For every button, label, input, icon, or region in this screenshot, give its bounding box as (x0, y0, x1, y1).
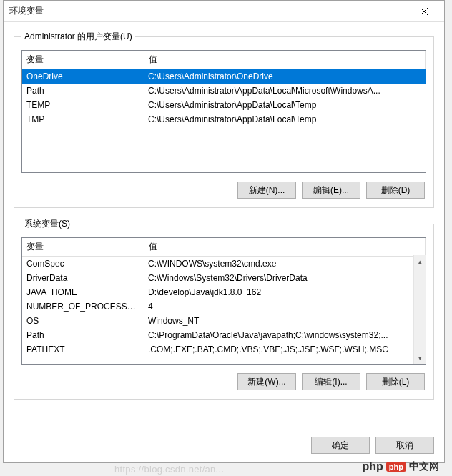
system-variables-table[interactable]: 变量 值 ComSpecC:\WINDOWS\system32\cmd.exeD… (22, 238, 426, 357)
variable-value-cell: C:\Users\Administrator\OneDrive (144, 69, 426, 84)
dialog-title: 环境变量 (9, 5, 410, 17)
user-edit-button[interactable]: 编辑(E)... (302, 182, 360, 199)
variable-name-cell: TMP (22, 112, 144, 127)
table-row[interactable]: ComSpecC:\WINDOWS\system32\cmd.exe (22, 257, 426, 272)
close-icon (421, 8, 428, 15)
variable-name-cell: ComSpec (22, 257, 144, 272)
variable-name-cell: JAVA_HOME (22, 285, 144, 299)
system-edit-button[interactable]: 编辑(I)... (302, 373, 360, 390)
variable-value-cell: C:\Users\Administrator\AppData\Local\Tem… (144, 112, 426, 127)
variable-value-cell: C:\Users\Administrator\AppData\Local\Mic… (144, 84, 426, 98)
close-button[interactable] (410, 1, 438, 21)
environment-variables-dialog: 环境变量 Administrator 的用户变量(U) 变量 值 (3, 0, 445, 463)
system-buttons-row: 新建(W)... 编辑(I)... 删除(L) (21, 365, 426, 392)
variable-name-cell: Path (22, 328, 144, 342)
variable-name-cell: TEMP (22, 98, 144, 112)
system-table-scrollbar[interactable]: ▴ ▾ (413, 255, 426, 364)
variable-name-cell: Path (22, 84, 144, 98)
dialog-content: Administrator 的用户变量(U) 变量 值 OneDriveC:\U… (4, 22, 444, 431)
system-variables-legend: 系统变量(S) (21, 218, 73, 230)
variable-name-cell: NUMBER_OF_PROCESSORS (22, 299, 144, 314)
system-variables-table-wrap: 变量 值 ComSpecC:\WINDOWS\system32\cmd.exeD… (21, 237, 426, 365)
user-variables-legend: Administrator 的用户变量(U) (21, 31, 135, 43)
variable-name-cell: OS (22, 314, 144, 328)
table-row[interactable]: PathC:\ProgramData\Oracle\Java\javapath;… (22, 328, 426, 342)
column-header-value[interactable]: 值 (144, 51, 426, 69)
watermark-url: https://blog.csdn.net/an... (114, 464, 224, 475)
titlebar: 环境变量 (4, 1, 444, 22)
scroll-down-icon[interactable]: ▾ (414, 352, 426, 364)
variable-value-cell: .COM;.EXE;.BAT;.CMD;.VBS;.VBE;.JS;.JSE;.… (144, 342, 426, 357)
user-buttons-row: 新建(N)... 编辑(E)... 删除(D) (21, 173, 426, 200)
table-row[interactable]: TEMPC:\Users\Administrator\AppData\Local… (22, 98, 426, 112)
cancel-button[interactable]: 取消 (375, 437, 434, 454)
user-variables-table[interactable]: 变量 值 OneDriveC:\Users\Administrator\OneD… (22, 51, 426, 127)
system-variables-group: 系统变量(S) 变量 值 ComSpecC:\WINDOWS\system32\… (14, 218, 434, 400)
column-header-name[interactable]: 变量 (22, 238, 144, 257)
table-row[interactable]: TMPC:\Users\Administrator\AppData\Local\… (22, 112, 426, 127)
table-row[interactable]: DriverDataC:\Windows\System32\Drivers\Dr… (22, 271, 426, 285)
table-row[interactable]: JAVA_HOMED:\develop\Java\jdk1.8.0_162 (22, 285, 426, 299)
variable-name-cell: PATHEXT (22, 342, 144, 357)
variable-value-cell: Windows_NT (144, 314, 426, 328)
table-row[interactable]: PATHEXT.COM;.EXE;.BAT;.CMD;.VBS;.VBE;.JS… (22, 342, 426, 357)
column-header-value[interactable]: 值 (144, 238, 426, 257)
table-row[interactable]: OneDriveC:\Users\Administrator\OneDrive (22, 69, 426, 84)
variable-value-cell: D:\develop\Java\jdk1.8.0_162 (144, 285, 426, 299)
user-variables-table-wrap: 变量 值 OneDriveC:\Users\Administrator\OneD… (21, 50, 426, 173)
user-delete-button[interactable]: 删除(D) (366, 182, 425, 199)
variable-value-cell: C:\ProgramData\Oracle\Java\javapath;C:\w… (144, 328, 426, 342)
table-row[interactable]: PathC:\Users\Administrator\AppData\Local… (22, 84, 426, 98)
dialog-footer: 确定 取消 (4, 431, 444, 462)
variable-value-cell: C:\WINDOWS\system32\cmd.exe (144, 257, 426, 272)
variable-value-cell: 4 (144, 299, 426, 314)
scroll-up-icon[interactable]: ▴ (414, 255, 426, 267)
table-row[interactable]: NUMBER_OF_PROCESSORS4 (22, 299, 426, 314)
user-new-button[interactable]: 新建(N)... (237, 182, 296, 199)
column-header-name[interactable]: 变量 (22, 51, 144, 69)
user-variables-group: Administrator 的用户变量(U) 变量 值 OneDriveC:\U… (14, 31, 434, 208)
table-row[interactable]: OSWindows_NT (22, 314, 426, 328)
variable-name-cell: OneDrive (22, 69, 144, 84)
variable-value-cell: C:\Windows\System32\Drivers\DriverData (144, 271, 426, 285)
watermark-badge-icon: php (386, 462, 406, 472)
system-delete-button[interactable]: 删除(L) (366, 373, 425, 390)
variable-value-cell: C:\Users\Administrator\AppData\Local\Tem… (144, 98, 426, 112)
variable-name-cell: DriverData (22, 271, 144, 285)
system-new-button[interactable]: 新建(W)... (237, 373, 296, 390)
ok-button[interactable]: 确定 (311, 437, 370, 454)
